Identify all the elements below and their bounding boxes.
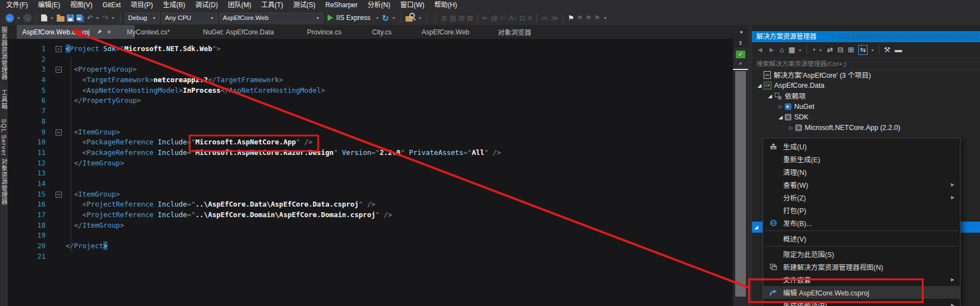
forward-button[interactable]: ► <box>768 46 775 54</box>
menubar-item[interactable]: 窗口(W) <box>395 0 429 11</box>
menu-build[interactable]: 生成(U) <box>763 140 960 153</box>
menu-pack[interactable]: 打包(P) <box>763 204 960 217</box>
dropdown-arrow-icon[interactable]: ▼ <box>418 16 422 20</box>
scroll-up-icon[interactable]: ▲ <box>733 58 748 66</box>
tree-item-nuget[interactable]: ▷NuGet <box>752 101 980 112</box>
toolbar-icon-disabled[interactable]: ⋮ <box>432 14 439 22</box>
undo-button[interactable]: ↶ <box>87 14 93 22</box>
dropdown-arrow-icon[interactable]: ▼ <box>603 16 607 20</box>
menubar-item[interactable]: 调试(D) <box>190 0 223 11</box>
document-tab[interactable]: AspEfCore.Web <box>416 25 475 39</box>
document-tab[interactable]: NuGet: AspEfCore.Data <box>197 25 279 39</box>
sidebar-tool-tab-2[interactable]: SQL Server 对象资源管理器 <box>0 119 8 205</box>
menubar-item[interactable]: 帮助(H) <box>429 0 462 11</box>
menubar-item[interactable]: 项目(P) <box>126 0 158 11</box>
dropdown-arrow-icon[interactable]: ▼ <box>50 16 54 20</box>
toolbar-icon-disabled[interactable]: ⊢ <box>500 14 506 22</box>
sync-with-active-document-button[interactable]: ⇆ <box>860 46 866 54</box>
chevron-expanded-icon[interactable]: ◢ <box>752 224 760 230</box>
browse-with-icon[interactable] <box>405 16 413 22</box>
dropdown-arrow-icon[interactable]: ▼ <box>798 48 802 52</box>
menu-publish[interactable]: 发布(B)... <box>763 217 960 229</box>
toolbar-icon-disabled[interactable]: ⊠ <box>467 14 473 22</box>
pending-changes-filter-button[interactable]: ◔ <box>811 46 816 54</box>
new-file-icon[interactable] <box>41 14 47 22</box>
dropdown-arrow-icon[interactable]: ▼ <box>17 16 21 20</box>
menubar-item[interactable]: 视图(V) <box>65 0 97 11</box>
menubar-item[interactable]: GitExt <box>97 0 126 11</box>
dropdown-arrow-icon[interactable]: ▼ <box>870 48 874 52</box>
toolbar-icon-disabled[interactable]: ⇤ <box>482 14 488 22</box>
dropdown-arrow-icon[interactable]: ▼ <box>819 48 823 52</box>
toolbar-icon-disabled[interactable]: ≣ <box>441 14 447 22</box>
platform-select[interactable]: Any CPU▼ <box>162 13 217 23</box>
menu-scope-to-this[interactable]: 限定为此范围(S) <box>763 248 960 260</box>
menu-clean[interactable]: 清理(N) <box>763 165 960 178</box>
sidebar-tool-tab-1[interactable]: 工具箱 <box>0 89 8 109</box>
pin-icon[interactable] <box>96 29 102 35</box>
bookmark-button[interactable]: ⚑ <box>568 14 575 22</box>
save-all-icon[interactable] <box>76 14 82 21</box>
code-editor[interactable]: 1−<Project Sdk="Microsoft.NET.Sdk.Web">2… <box>8 39 733 306</box>
refresh-browser-button[interactable]: ↻ <box>382 14 389 22</box>
scrollbar-thumb[interactable] <box>735 71 746 297</box>
toolbar-icon-disabled[interactable]: A↓ <box>509 14 517 22</box>
toolbar-icon-disabled[interactable]: ⊞ <box>459 14 465 22</box>
close-icon[interactable]: × <box>107 28 111 36</box>
configuration-select[interactable]: Debug▼ <box>125 13 160 23</box>
sync-with-active-document-button-box[interactable]: ⇆ <box>858 45 868 55</box>
collapse-all-button[interactable]: ⊟ <box>838 46 844 54</box>
menubar-item[interactable]: ReSharper <box>320 0 363 11</box>
sidebar-tool-tab-0[interactable]: 服务器资源管理器 <box>0 27 8 80</box>
menu-file-nesting[interactable]: 文件嵌套▶ <box>763 273 960 286</box>
tree-item-project-aspefcore-data[interactable]: ◢C#AspEfCore.Data <box>752 80 980 91</box>
tree-item-solution[interactable]: ∞解决方案'AspEfCore' (3 个项目) <box>752 69 980 80</box>
dropdown-arrow-icon[interactable]: ▼ <box>96 16 100 20</box>
menu-edit-csproj[interactable]: 编辑 AspEfCore.Web.csproj <box>763 286 960 299</box>
document-tab[interactable]: MyContext.cs* <box>121 25 175 39</box>
toolbar-icon-disabled[interactable]: ≫ <box>551 14 558 22</box>
menubar-item[interactable]: 编辑(E) <box>33 0 65 11</box>
chevron-collapsed-icon[interactable]: ▷ <box>776 104 785 109</box>
menu-build-dependencies[interactable]: 生成依赖项(B)▶ <box>763 299 960 306</box>
startup-project-select[interactable]: AspEfCore.Web▼ <box>220 13 323 23</box>
document-tab[interactable]: Province.cs <box>301 25 347 39</box>
menubar-item[interactable]: 测试(S) <box>288 0 320 11</box>
document-tab-active[interactable]: AspEfCore.Web.csproj× <box>17 25 135 39</box>
toolbar-icon-disabled[interactable]: ≔ <box>541 14 548 22</box>
home-button[interactable]: ⌂ <box>780 46 784 54</box>
menu-view[interactable]: 查看(W)▶ <box>763 178 960 191</box>
tree-item-netcore-app[interactable]: ▷Microsoft.NETCore.App (2.2.0) <box>752 122 980 133</box>
save-icon[interactable] <box>67 14 74 22</box>
dropdown-arrow-icon[interactable]: ▼ <box>375 16 379 20</box>
navigate-forward-icon[interactable]: → <box>23 14 32 22</box>
chevron-collapsed-icon[interactable]: ▷ <box>787 125 795 131</box>
navigate-backward-icon[interactable]: ← <box>6 14 14 22</box>
run-iis-express-button[interactable]: IIS Express <box>328 14 370 22</box>
split-editor-handle[interactable]: ⇕ <box>733 39 748 48</box>
refresh-button[interactable]: ⇄ <box>827 46 833 54</box>
properties-button[interactable]: ⚒ <box>884 46 890 54</box>
chevron-expanded-icon[interactable]: ◢ <box>776 114 785 120</box>
menubar-item[interactable]: 分析(N) <box>363 0 395 11</box>
document-tab[interactable]: 对象浏览器 <box>492 25 537 39</box>
bookmark-next-button[interactable]: ⚑ <box>585 14 592 22</box>
tree-item-sdk[interactable]: ◢SDK <box>752 112 980 122</box>
menu-rebuild[interactable]: 重新生成(E) <box>763 153 960 165</box>
fold-collapse-icon[interactable]: − <box>56 192 62 198</box>
menubar-item[interactable]: 生成(B) <box>158 0 190 11</box>
show-all-files-button[interactable]: ⊞ <box>848 46 854 54</box>
dropdown-arrow-icon[interactable]: ▼ <box>392 16 395 20</box>
toolbar-icon-disabled[interactable]: ⊡ <box>519 14 526 22</box>
tab-overflow-icon[interactable]: ▼ <box>739 30 744 35</box>
fold-collapse-icon[interactable]: − <box>56 67 62 73</box>
menubar-item[interactable]: 团队(M) <box>223 0 256 11</box>
preview-selected-items-button[interactable]: ▬ <box>895 46 902 54</box>
switch-views-button[interactable]: ▦ <box>789 46 795 54</box>
add-item-icon[interactable] <box>57 16 65 22</box>
menu-overview[interactable]: 概述(V) <box>763 232 960 245</box>
toolbar-icon-disabled[interactable]: @ <box>491 14 498 22</box>
redo-button[interactable]: ↷ <box>102 14 108 22</box>
menubar-item[interactable]: 工具(T) <box>256 0 288 11</box>
bookmark-clear-button[interactable]: ⚑ <box>594 14 601 22</box>
